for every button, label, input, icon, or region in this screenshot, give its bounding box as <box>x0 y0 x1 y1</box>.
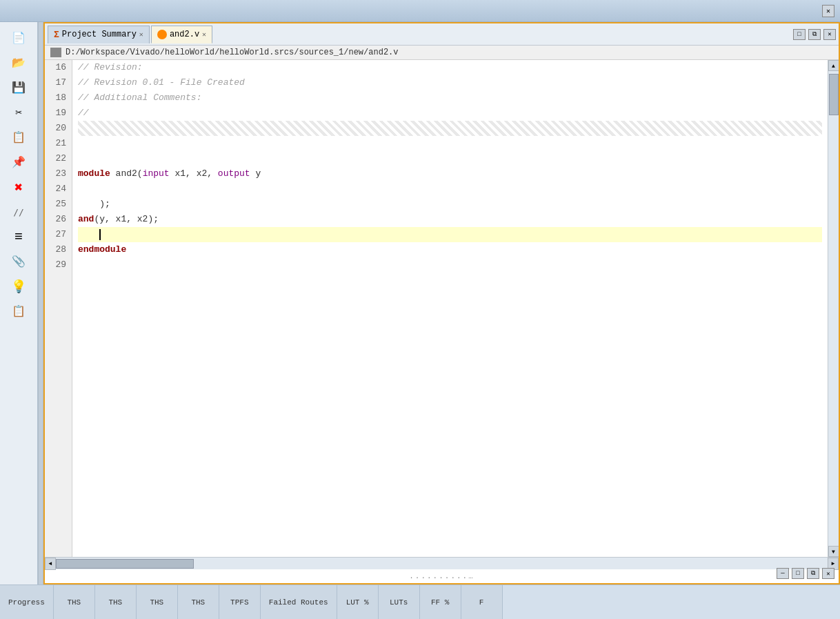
title-close-button[interactable]: ✕ <box>822 5 834 17</box>
scroll-down-button[interactable]: ▼ <box>828 546 839 557</box>
code-text-18: // Additional Comments: <box>78 90 201 106</box>
tab-project-summary[interactable]: Σ Project Summary ✕ <box>48 26 150 43</box>
line-num-17: 17 <box>50 75 66 90</box>
resize-handle[interactable] <box>38 22 43 584</box>
content-area: Σ Project Summary ✕ and2.v ✕ □ ⧉ ✕ D:/Wo… <box>43 22 840 584</box>
tab-and2-v[interactable]: and2.v ✕ <box>151 26 212 43</box>
file-path-icon <box>50 48 61 57</box>
file-icon[interactable]: 📄 <box>6 28 31 48</box>
kw-output: output <box>218 166 250 181</box>
line-num-20: 20 <box>50 121 66 136</box>
bottom-tab-ths1[interactable]: THS <box>54 585 95 619</box>
save-icon[interactable]: 💾 <box>6 77 31 98</box>
code-text-17: // Revision 0.01 - File Created <box>78 75 245 90</box>
scroll-h-thumb[interactable] <box>56 559 194 569</box>
code-and2: and2( <box>116 166 143 181</box>
line-num-18: 18 <box>50 90 66 106</box>
line-num-21: 21 <box>50 136 66 151</box>
bottom-tab-failed-routes[interactable]: Failed Routes <box>261 585 337 619</box>
editor-container: 16 17 18 19 20 21 22 23 24 25 26 27 28 2… <box>45 60 839 557</box>
scroll-thumb[interactable] <box>829 74 839 115</box>
tab-and2-v-close[interactable]: ✕ <box>202 30 206 39</box>
text-cursor <box>99 229 101 240</box>
kw-endmodule: endmodule <box>78 242 126 257</box>
list-icon[interactable]: ≡ <box>6 226 31 247</box>
dotted-separator: ..........… <box>45 569 839 583</box>
open-icon[interactable]: 📂 <box>6 52 31 73</box>
bottom-tab-tpfs[interactable]: TPFS <box>219 585 261 619</box>
bottom-close-button[interactable]: ✕ <box>822 568 834 579</box>
bottom-tab-progress[interactable]: Progress <box>0 585 54 619</box>
copy2-icon[interactable]: 📋 <box>6 301 31 322</box>
code-line-18: // Additional Comments: <box>78 90 822 106</box>
scroll-left-button[interactable]: ◄ <box>45 558 56 570</box>
file-path-text: D:/Workspace/Vivado/helloWorld/helloWorl… <box>66 48 398 57</box>
bottom-tab-ths3-label: THS <box>150 598 163 607</box>
bottom-tab-failed-routes-label: Failed Routes <box>269 598 328 607</box>
line-num-28: 28 <box>50 242 66 257</box>
code-editor[interactable]: // Revision: // Revision 0.01 - File Cre… <box>72 60 828 557</box>
bottom-tab-tpfs-label: TPFS <box>230 598 248 607</box>
code-line-26: and(y, x1, x2); <box>78 212 822 227</box>
code-line-19: // <box>78 106 822 121</box>
tab-close-button[interactable]: ✕ <box>823 29 836 40</box>
code-line-28: endmodule <box>78 242 822 257</box>
bottom-tab-ths2[interactable]: THS <box>95 585 137 619</box>
title-bar-buttons: ✕ <box>822 5 834 17</box>
bottom-tab-luts-label: LUTs <box>390 598 408 607</box>
line-num-16: 16 <box>50 60 66 75</box>
bottom-tab-ths4[interactable]: THS <box>178 585 219 619</box>
scrollbar-horizontal[interactable]: ◄ ► <box>45 557 839 569</box>
code-line-24 <box>78 181 822 197</box>
bottom-restore-button[interactable]: ⧉ <box>807 568 819 579</box>
code-line-20 <box>78 121 822 136</box>
scissors-icon[interactable]: ✂ <box>6 102 31 123</box>
tab-and2-v-label: and2.v <box>170 30 199 39</box>
kw-input: input <box>143 166 170 181</box>
code-indent-27 <box>78 227 99 242</box>
code-line-27 <box>78 227 822 242</box>
paste-icon[interactable]: 📌 <box>6 152 31 173</box>
sidebar: 📄 📂 💾 ✂ 📋 📌 ✖ // ≡ 📎 💡 📋 <box>0 22 38 584</box>
ref-icon[interactable]: 📎 <box>6 251 31 272</box>
tab-restore-button[interactable]: ⧉ <box>808 29 821 40</box>
bottom-tab-ff-pct-label: FF % <box>431 598 449 607</box>
delete-icon[interactable]: ✖ <box>6 177 31 197</box>
bottom-tab-ff-pct[interactable]: FF % <box>420 585 461 619</box>
line-num-26: 26 <box>50 212 66 227</box>
line-num-29: 29 <box>50 257 66 273</box>
main-container: 📄 📂 💾 ✂ 📋 📌 ✖ // ≡ 📎 💡 📋 Σ Project Summa… <box>0 22 840 584</box>
bottom-tab-lut-pct[interactable]: LUT % <box>337 585 379 619</box>
scroll-up-button[interactable]: ▲ <box>828 60 839 71</box>
tab-bar: Σ Project Summary ✕ and2.v ✕ □ ⧉ ✕ <box>45 23 839 46</box>
comment-icon[interactable]: // <box>6 202 31 222</box>
bottom-tab-progress-label: Progress <box>8 598 45 607</box>
code-line-16: // Revision: <box>78 60 822 75</box>
line-num-22: 22 <box>50 151 66 166</box>
code-text-25: ); <box>78 197 110 212</box>
line-num-19: 19 <box>50 106 66 121</box>
bottom-tab-ths2-label: THS <box>108 598 122 607</box>
sigma-icon: Σ <box>54 30 59 40</box>
line-num-23: 23 <box>50 166 66 181</box>
bottom-tab-lut-pct-label: LUT % <box>346 598 369 607</box>
code-line-29 <box>78 257 822 273</box>
code-line-21 <box>78 136 822 151</box>
circle-icon <box>157 30 167 39</box>
scrollbar-vertical[interactable]: ▲ ▼ <box>828 60 839 557</box>
title-bar: ✕ <box>0 0 840 22</box>
tab-window-button[interactable]: □ <box>793 29 806 40</box>
bottom-tab-luts[interactable]: LUTs <box>379 585 420 619</box>
bottom-maximize-button[interactable]: □ <box>792 568 804 579</box>
bottom-tab-f[interactable]: F <box>461 585 503 619</box>
kw-and: and <box>78 212 94 227</box>
code-line-17: // Revision 0.01 - File Created <box>78 75 822 90</box>
copy-icon[interactable]: 📋 <box>6 127 31 148</box>
tab-project-summary-close[interactable]: ✕ <box>139 30 143 39</box>
kw-module: module <box>78 166 116 181</box>
bulb-icon[interactable]: 💡 <box>6 276 31 297</box>
bottom-minimize-button[interactable]: — <box>777 568 789 579</box>
tab-project-summary-label: Project Summary <box>62 30 137 39</box>
bottom-tab-ths3[interactable]: THS <box>137 585 178 619</box>
bottom-tab-ths4-label: THS <box>191 598 205 607</box>
